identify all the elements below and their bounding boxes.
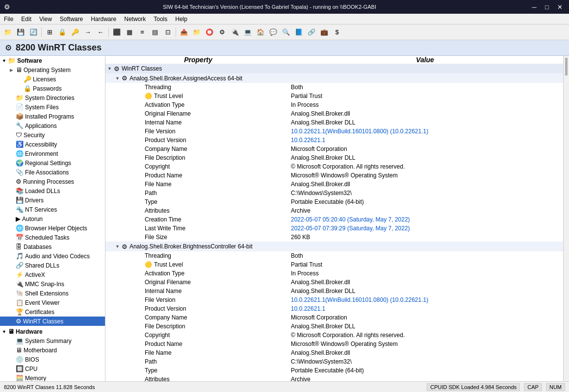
val2-product-name: Microsoft® Windows® Operating System [287,340,563,348]
sidebar-item-running-processes[interactable]: ⚙ Running Processes [0,177,105,186]
sidebar-item-environment[interactable]: 🌐 Environment [0,149,105,158]
toolbar-btn-4[interactable]: ▤ [149,26,161,38]
sidebar-item-system-directories[interactable]: 📁 System Directories [0,93,105,102]
sidebar-item-label: Motherboard [24,347,57,354]
toolbar-back-btn[interactable]: ← [95,26,106,38]
val-attributes: Archive [287,206,563,215]
sidebar-item-accessibility[interactable]: ♿ Accessibility [0,140,105,149]
sidebar-item-installed-programs[interactable]: 📦 Installed Programs [0,112,105,121]
toolbar-home-btn[interactable]: 🏠 [255,26,266,38]
toolbar-save-btn[interactable]: 💾 [15,26,26,38]
sidebar-item-cpu[interactable]: 🔲 CPU [0,364,105,373]
toolbar-key-btn[interactable]: 🔑 [69,26,81,38]
toolbar-btn-2[interactable]: ▦ [124,26,135,38]
toolbar-lock-btn[interactable]: 🔒 [56,26,68,38]
maximize-button[interactable]: □ [542,2,552,12]
sidebar-item-regional-settings[interactable]: 🌍 Regional Settings [0,158,105,168]
sidebar-section-hardware[interactable]: ▼ 🖥 Hardware [0,327,105,336]
prop-internal-name: Internal Name [105,118,287,127]
toolbar-btn-1[interactable]: ⬛ [111,26,123,38]
menu-item-network[interactable]: Network [120,15,150,24]
sidebar-item-browser-helper-objects[interactable]: 🌐 Browser Helper Objects [0,223,105,233]
menu-item-help[interactable]: Help [171,15,191,24]
toolbar-btn-3[interactable]: ≡ [136,26,148,38]
val-original-filename: Analog.Shell.Broker.dll [287,109,563,118]
val-type: Portable Executable (64-bit) [287,197,563,206]
sidebar-item-mmc-snap-ins[interactable]: 🔌 MMC Snap-Ins [0,279,105,289]
sidebar-item-passwords[interactable]: 🔒 Passwords [0,84,105,93]
toolbar-pc-btn[interactable]: 💻 [242,26,254,38]
apps-icon: 🔧 [16,122,24,129]
sidebar-item-winrt-classes[interactable]: ⚙ WinRT Classes [0,317,105,326]
toolbar-book-btn[interactable]: 📘 [293,26,305,38]
toolbar-open-btn[interactable]: 📁 [2,26,14,38]
toolbar-search-btn[interactable]: 🔍 [280,26,292,38]
menu-item-file[interactable]: File [0,15,17,24]
menu-item-tools[interactable]: Tools [150,15,171,24]
sidebar-item-licenses[interactable]: 🔑 Licenses [0,74,105,84]
sidebar-item-certificates[interactable]: 🏆 Certificates [0,307,105,317]
winrt-classes-root-label: WinRT Classes [122,65,162,72]
menu-item-hardware[interactable]: Hardware [87,15,120,24]
sidebar-item-system-files[interactable]: 📄 System Files [0,102,105,112]
toolbar-refresh-btn[interactable]: 🔄 [27,26,39,38]
sidebar-item-scheduled-tasks[interactable]: 📅 Scheduled Tasks [0,233,105,242]
sidebar-item-nt-services[interactable]: 🔩 NT Services [0,205,105,214]
software-folder-icon: 📁 [8,57,16,64]
val2-path: C:\Windows\System32\ [287,357,563,366]
sidebar-item-security[interactable]: 🛡 Security [0,130,105,140]
sidebar-item-event-viewer[interactable]: 📋 Event Viewer [0,298,105,307]
sidebar-item-applications[interactable]: 🔧 Applications [0,121,105,130]
table-row: Copyright © Microsoft Corporation. All r… [105,162,563,171]
sidebar-item-databases[interactable]: 🗄 Databases [0,242,105,251]
toolbar-circle-btn[interactable]: ⭕ [204,26,215,38]
scrollbar-thumb[interactable] [564,57,569,76]
val2-file-description: Analog.Shell.Broker DLL [287,322,563,331]
hardware-label: Hardware [16,328,43,335]
sidebar-item-shared-dlls[interactable]: 🔗 Shared DLLs [0,261,105,270]
toolbar-grid-btn[interactable]: ⊞ [44,26,55,38]
sidebar-item-system-summary[interactable]: 💻 System Summary [0,336,105,345]
val-product-name: Microsoft® Windows® Operating System [287,171,563,180]
close-button[interactable]: ✕ [554,2,565,12]
toolbar-plug-btn[interactable]: 🔌 [229,26,241,38]
sidebar-section-software[interactable]: ▼ 📁 Software [0,56,105,65]
toolbar-gear-btn[interactable]: ⚙ [216,26,228,38]
sidebar-item-label: Shared DLLs [25,262,59,269]
toolbar-export-btn[interactable]: 📤 [178,26,190,38]
menu-item-software[interactable]: Software [56,15,87,24]
val-creation-time: 2022-05-07 05:20:40 (Saturday, May 7, 20… [287,215,563,224]
menu-item-edit[interactable]: Edit [17,15,35,24]
sidebar-item-bios[interactable]: 💿 BIOS [0,355,105,364]
sidebar-item-loaded-dlls[interactable]: 📚 Loaded DLLs [0,186,105,196]
sidebar-item-audio-video[interactable]: 🎵 Audio and Video Codecs [0,251,105,261]
sidebar-item-label: Licenses [33,76,56,83]
minimize-button[interactable]: ─ [529,2,540,12]
sidebar-item-memory[interactable]: 🧮 Memory [0,373,105,381]
vertical-scrollbar[interactable] [563,56,569,381]
sidebar-item-motherboard[interactable]: 🖥 Motherboard [0,345,105,355]
sidebar-item-autorun[interactable]: ▶ Autorun [0,214,105,223]
toolbar-folder-btn[interactable]: 📁 [191,26,203,38]
property-column-header: Property [105,56,287,64]
sidebar-item-drivers[interactable]: 💾 Drivers [0,196,105,205]
toolbar-forward-btn[interactable]: → [82,26,94,38]
menu-item-view[interactable]: View [35,15,56,24]
toolbar-msg-btn[interactable]: 💬 [267,26,279,38]
sidebar-item-label: Drivers [25,197,44,204]
class1-header-row[interactable]: ▼ ⚙ Analog.Shell.Broker.AssignedAccess 6… [105,74,563,83]
sidebar-item-operating-system[interactable]: ▶ 🖥 Operating System [0,65,105,74]
class2-header-row[interactable]: ▼ ⚙ Analog.Shell.Broker.BrightnessContro… [105,242,563,251]
statusbar-left: 8200 WinRT Classes 11.828 Seconds [4,384,95,390]
eventviewer-icon: 📋 [16,299,24,306]
toolbar-case-btn[interactable]: 💼 [318,26,330,38]
toolbar-dollar-btn[interactable]: $ [331,26,343,38]
sidebar-item-file-associations[interactable]: 📎 File Associations [0,168,105,177]
table-row: Copyright © Microsoft Corporation. All r… [105,331,563,340]
sidebar-item-activex[interactable]: ⚡ ActiveX [0,270,105,279]
sidebar-item-shell-extensions[interactable]: 🐚 Shell Extensions [0,289,105,298]
winrt-classes-root-row[interactable]: ▼ ⚙ WinRT Classes [105,64,563,74]
toolbar-link-btn[interactable]: 🔗 [306,26,317,38]
properties-table: Property Value ▼ ⚙ WinRT Classes [105,56,563,381]
toolbar-btn-5[interactable]: ⊡ [162,26,174,38]
